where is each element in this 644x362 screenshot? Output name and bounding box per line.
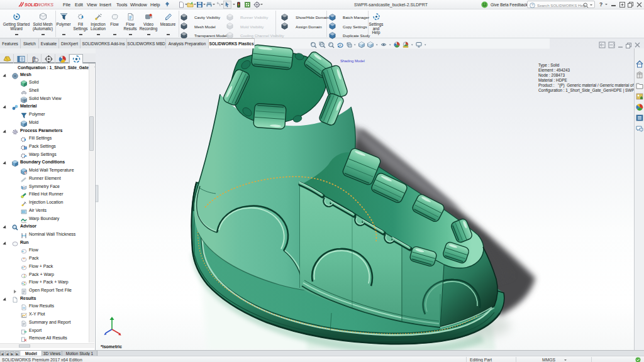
svg-text:Product : "(P) Generic mate: Product : "(P) Generic material / Generi… bbox=[538, 83, 644, 88]
svg-text:Material : HDPE: Material : HDPE bbox=[538, 78, 567, 82]
svg-text:*Isometric: *Isometric bbox=[101, 344, 122, 349]
svg-text:Element : 494243: Element : 494243 bbox=[538, 68, 570, 72]
svg-text:Configuration : 1_Short_Side_G: Configuration : 1_Short_Side_Gate_GenHDP… bbox=[538, 88, 644, 93]
svg-text:Shading Model: Shading Model bbox=[340, 59, 365, 63]
svg-text:Type : Solid: Type : Solid bbox=[538, 63, 560, 68]
svg-text:SOLID: SOLID bbox=[25, 3, 38, 7]
svg-text:?: ? bbox=[531, 3, 534, 7]
svg-text:Node : 208473: Node : 208473 bbox=[538, 73, 565, 77]
svg-text:WORKS: WORKS bbox=[37, 3, 54, 7]
